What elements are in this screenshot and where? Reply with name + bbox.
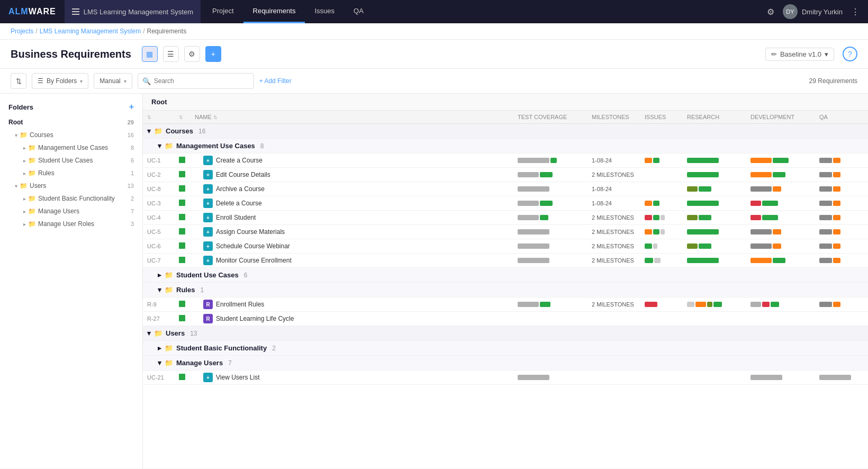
req-name-cell[interactable]: + Edit Course Details bbox=[191, 168, 513, 182]
tab-requirements[interactable]: Requirements bbox=[243, 0, 305, 23]
col-header-milestones[interactable]: MILESTONES bbox=[587, 111, 640, 124]
settings-icon[interactable]: ⚙ bbox=[767, 7, 774, 17]
req-name: Edit Course Details bbox=[216, 171, 270, 178]
view-settings-button[interactable]: ⚙ bbox=[184, 46, 200, 62]
test-coverage-cell bbox=[513, 211, 587, 225]
sidebar-item-courses[interactable]: ▾ 📁 Courses 16 bbox=[0, 129, 142, 141]
tab-project[interactable]: Project bbox=[203, 0, 243, 23]
sidebar-student-basic-label: Student Basic Functionality bbox=[38, 195, 115, 202]
sidebar-item-student-use-cases[interactable]: ▸ 📁 Student Use Cases 6 bbox=[0, 154, 142, 167]
folder-icon: 📁 bbox=[28, 220, 36, 228]
group-label-text: Courses bbox=[166, 127, 193, 135]
req-name-cell[interactable]: + Schedule Course Webinar bbox=[191, 239, 513, 254]
col-header-qa[interactable]: QA bbox=[815, 111, 868, 124]
app-logo[interactable]: ALMWARE bbox=[8, 7, 56, 16]
add-filter-button[interactable]: + Add Filter bbox=[259, 77, 292, 85]
col-header-tc[interactable]: TEST COVERAGE bbox=[513, 111, 587, 124]
tab-qa[interactable]: QA bbox=[344, 0, 373, 23]
collapse-icon[interactable]: ▾ bbox=[158, 359, 161, 367]
breadcrumb-lms[interactable]: LMS Learning Management System bbox=[40, 28, 141, 35]
table-row[interactable]: UC-6 + Schedule Course Webinar 2 MILESTO… bbox=[143, 239, 868, 254]
req-name-cell[interactable]: + Enroll Student bbox=[191, 211, 513, 225]
collapse-icon[interactable]: ▾ bbox=[147, 329, 151, 337]
nav-project[interactable]: LMS Learning Management System bbox=[65, 0, 201, 23]
hamburger-icon[interactable] bbox=[72, 8, 79, 15]
req-name-cell[interactable]: + Assign Course Materials bbox=[191, 225, 513, 239]
breadcrumb-sep1: / bbox=[35, 28, 37, 35]
more-icon[interactable]: ⋮ bbox=[851, 7, 860, 17]
col-header-research[interactable]: RESEARCH bbox=[683, 111, 746, 124]
milestone-value: 2 MILESTONES bbox=[592, 257, 634, 264]
table-row[interactable]: UC-7 + Monitor Course Enrollment 2 MILES… bbox=[143, 254, 868, 268]
group-row-collapsed: ▸ 📁 Student Use Cases 6 bbox=[143, 268, 868, 283]
priority-icon bbox=[179, 374, 185, 380]
test-coverage-cell bbox=[513, 254, 587, 268]
search-input[interactable] bbox=[154, 77, 249, 85]
req-name-cell[interactable]: R Student Learning Life Cycle bbox=[191, 312, 513, 326]
sidebar-item-users[interactable]: ▾ 📁 Users 13 bbox=[0, 179, 142, 192]
qa-cell bbox=[815, 239, 868, 254]
collapse-icon[interactable]: ▾ bbox=[147, 127, 151, 135]
table-row[interactable]: UC-8 + Archive a Course 1-08-24 bbox=[143, 182, 868, 196]
sidebar-item-manage-user-roles[interactable]: ▸ 📁 Manage User Roles 3 bbox=[0, 218, 142, 230]
req-name-cell[interactable]: R Enrollment Rules bbox=[191, 297, 513, 312]
priority-cell bbox=[175, 154, 191, 168]
expand-icon[interactable]: ▸ bbox=[158, 344, 161, 352]
table-row[interactable]: UC-5 + Assign Course Materials 2 MILESTO… bbox=[143, 225, 868, 239]
type-icon: + bbox=[203, 199, 213, 208]
by-folders-dropdown[interactable]: ☰ By Folders ▾ bbox=[32, 73, 88, 89]
priority-icon bbox=[179, 157, 185, 163]
user-menu[interactable]: DY Dmitry Yurkin bbox=[783, 4, 843, 19]
table-row[interactable]: UC-4 + Enroll Student 2 MILESTONES bbox=[143, 211, 868, 225]
breadcrumb-projects[interactable]: Projects bbox=[11, 28, 33, 35]
type-icon: + bbox=[203, 170, 213, 179]
table-row[interactable]: UC-1 + Create a Course 1-08-24 bbox=[143, 154, 868, 168]
baseline-selector[interactable]: ✏ Baseline v1.0 ▾ bbox=[765, 48, 834, 61]
type-icon: R bbox=[203, 300, 213, 309]
priority-icon bbox=[179, 171, 185, 177]
issues-cell bbox=[640, 239, 683, 254]
view-grid-button[interactable]: ▦ bbox=[142, 46, 158, 62]
test-coverage-cell bbox=[513, 168, 587, 182]
table-row[interactable]: UC-21 + View Users List bbox=[143, 371, 868, 385]
collapse-icon[interactable]: ▾ bbox=[158, 286, 161, 294]
test-coverage-cell bbox=[513, 154, 587, 168]
req-name-cell[interactable]: + Archive a Course bbox=[191, 182, 513, 196]
table-row[interactable]: UC-2 + Edit Course Details 2 MILESTONES bbox=[143, 168, 868, 182]
milestone-value: 2 MILESTONES bbox=[592, 229, 634, 235]
sidebar-item-rules[interactable]: ▸ 📁 Rules 1 bbox=[0, 167, 142, 179]
tab-issues[interactable]: Issues bbox=[305, 0, 344, 23]
expand-icon[interactable]: ▸ bbox=[158, 271, 161, 279]
table-row[interactable]: R-27 R Student Learning Life Cycle bbox=[143, 312, 868, 326]
col-header-name[interactable]: NAME ⇅ bbox=[191, 111, 513, 124]
sidebar-item-root[interactable]: Root 29 bbox=[0, 116, 142, 129]
help-button[interactable]: ? bbox=[843, 47, 857, 61]
add-folder-button[interactable]: + bbox=[129, 102, 134, 112]
req-name-cell[interactable]: + Monitor Course Enrollment bbox=[191, 254, 513, 268]
view-list-button[interactable]: ☰ bbox=[163, 46, 179, 62]
table-row[interactable]: R-9 R Enrollment Rules 2 MILESTONES bbox=[143, 297, 868, 312]
col-header-issues[interactable]: ISSUES bbox=[640, 111, 683, 124]
project-name-label: LMS Learning Management System bbox=[84, 8, 193, 16]
table-row[interactable]: UC-3 + Delete a Course 1-08-24 bbox=[143, 196, 868, 211]
search-box[interactable]: 🔍 bbox=[138, 73, 254, 89]
manual-dropdown[interactable]: Manual ▾ bbox=[94, 73, 132, 89]
req-id: UC-3 bbox=[143, 196, 175, 211]
issues-cell bbox=[640, 211, 683, 225]
add-button[interactable]: + bbox=[205, 46, 221, 62]
research-cell bbox=[683, 211, 746, 225]
collapse-icon[interactable]: ▾ bbox=[158, 142, 161, 150]
col-header-id[interactable]: ⇅ bbox=[143, 111, 175, 124]
folder-icon: 📁 bbox=[20, 182, 28, 190]
req-name-cell[interactable]: + View Users List bbox=[191, 371, 513, 385]
test-coverage-cell bbox=[513, 182, 587, 196]
sidebar-item-management-use-cases[interactable]: ▸ 📁 Management Use Cases 8 bbox=[0, 141, 142, 154]
sort-button[interactable]: ⇅ bbox=[11, 73, 26, 89]
qa-cell bbox=[815, 196, 868, 211]
col-header-dev[interactable]: DEVELOPMENT bbox=[746, 111, 815, 124]
col-header-prio[interactable]: ⇅ bbox=[175, 111, 191, 124]
req-name-cell[interactable]: + Create a Course bbox=[191, 154, 513, 168]
req-name-cell[interactable]: + Delete a Course bbox=[191, 196, 513, 211]
sidebar-item-student-basic[interactable]: ▸ 📁 Student Basic Functionality 2 bbox=[0, 192, 142, 205]
sidebar-item-manage-users[interactable]: ▸ 📁 Manage Users 7 bbox=[0, 205, 142, 218]
